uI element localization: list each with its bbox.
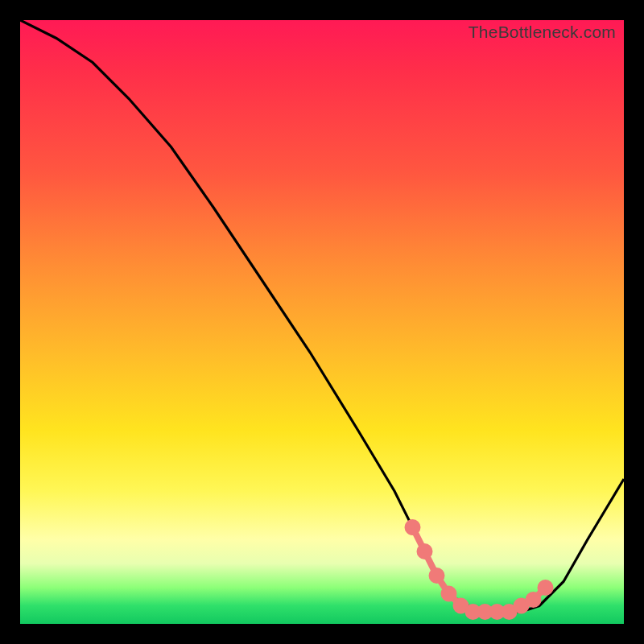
chart-svg	[20, 20, 624, 624]
highlight-dot	[505, 607, 514, 617]
chart-frame: TheBottleneck.com	[20, 20, 624, 624]
highlight-dots	[408, 522, 551, 617]
highlight-dot	[541, 583, 551, 592]
highlight-dot	[529, 595, 539, 605]
highlight-dot	[408, 522, 418, 532]
highlight-dot	[493, 607, 502, 617]
bottleneck-curve	[20, 20, 624, 612]
highlight-dot	[420, 547, 430, 556]
highlight-dot	[456, 601, 466, 611]
watermark-text: TheBottleneck.com	[469, 23, 616, 42]
highlight-dot	[517, 601, 526, 611]
highlight-dot	[469, 607, 478, 617]
highlight-dot	[444, 589, 454, 599]
highlight-dot	[481, 607, 490, 617]
highlight-dot	[432, 571, 442, 580]
